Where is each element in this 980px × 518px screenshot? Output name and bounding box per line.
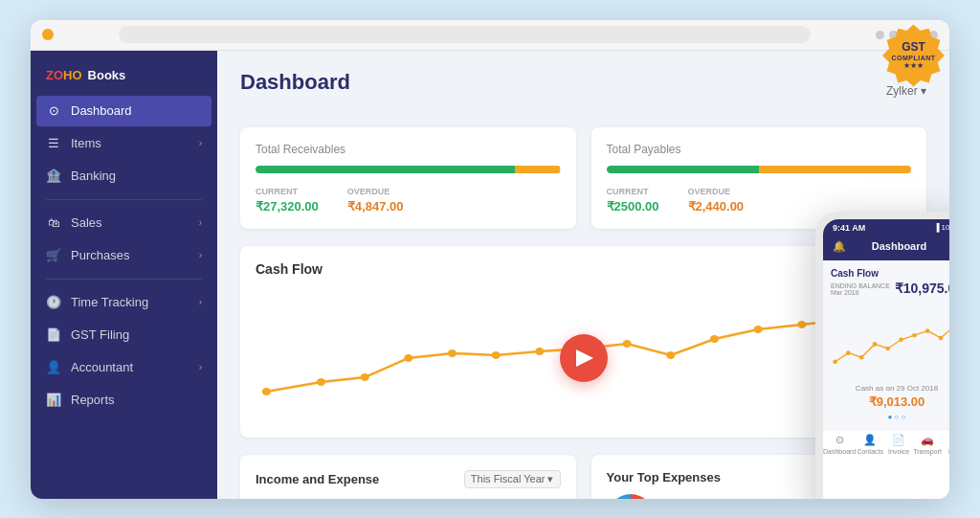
timetracking-icon: 🕐 [46,295,61,310]
receivables-title: Total Receivables [256,143,561,156]
sidebar-item-items[interactable]: ☰ Items › [31,128,217,159]
page-title: Dashboard [240,70,350,95]
payables-values: CURRENT ₹2500.00 OVERDUE ₹2,440.00 [607,187,912,214]
payables-current-amount: ₹2500.00 [607,199,659,214]
gst-text-line1: GST [902,41,925,54]
payables-bar-green [607,166,759,173]
accountant-icon: 👤 [46,360,61,375]
cards-row: Total Receivables CURRENT ₹27,320.00 OVE… [240,127,926,229]
chart-dot [666,351,675,359]
phone-dots: ● ○ ○ [831,413,949,421]
sidebar-item-label: Dashboard [71,103,132,118]
chart-dot [754,326,763,333]
payables-progress [607,166,912,173]
phone-balance-date: Mar 2018 [831,289,890,296]
sidebar-item-purchases[interactable]: 🛒 Purchases › [31,240,217,271]
sidebar-item-sales[interactable]: 🛍 Sales › [31,208,217,238]
sidebar-nav: ⊙ Dashboard ☰ Items › 🏦 Banking 🛍 [31,96,217,416]
sidebar-item-label: Purchases [71,248,129,262]
nav-divider-1 [46,199,202,200]
phone-cashflow-title: Cash Flow [831,268,949,279]
sidebar-item-reports[interactable]: 📊 Reports [31,385,217,416]
url-bar[interactable] [119,26,811,43]
phone-dot [886,346,891,350]
receivables-progress [256,166,561,173]
phone-status-bar: 9:41 AM ▐ 100% [823,219,949,236]
logo-books: Books [88,68,126,82]
banking-icon: 🏦 [46,169,61,184]
sidebar: ZOHO Books ⊙ Dashboard ☰ Items › 🏦 [31,51,217,499]
sidebar-item-label: GST Filing [71,327,129,342]
gst-text-line2: COMPLIANT [891,55,935,61]
chart-dot [492,351,501,359]
sidebar-item-banking[interactable]: 🏦 Banking [31,161,217,191]
income-expense-header: Income and Expense This Fiscal Year ▾ [256,470,561,488]
phone-dot [833,359,837,364]
phone-tab-invoice[interactable]: 📄 Invoice [884,434,913,455]
items-arrow: › [199,138,202,148]
income-expense-body [256,498,561,499]
sidebar-item-label: Accountant [71,360,133,374]
income-expense-title: Income and Expense [256,472,379,486]
play-triangle [576,349,593,367]
user-label: Zylker ▾ [886,84,926,98]
receivables-bar-yellow [515,166,561,173]
gst-stars: ★★★ [903,61,924,70]
sidebar-item-timetracking[interactable]: 🕐 Time Tracking › [31,287,217,318]
payables-current-label: CURRENT [607,187,659,196]
sidebar-item-accountant[interactable]: 👤 Accountant › [31,352,217,383]
phone-tab-label: Invoice [888,448,909,455]
phone-line [835,327,949,362]
receivables-overdue: OVERDUE ₹4,847.00 [347,187,404,214]
top-expenses-title: Your Top Expenses [607,470,721,484]
phone-chart-svg [831,302,949,373]
sidebar-item-label: Items [71,136,101,150]
items-icon: ☰ [46,136,61,151]
receivables-bar-green [256,166,515,173]
phone-dot [859,354,864,359]
phone-dot [912,332,917,337]
purchases-icon: 🛒 [46,248,61,263]
phone-tab-more[interactable]: ⋯ More [942,434,949,455]
window-dot-yellow[interactable] [42,29,54,40]
payables-bar-yellow [759,166,911,173]
phone-tab-transport[interactable]: 🚗 Transport [913,434,942,455]
phone-bottom-label: Cash as on 29 Oct 2018 [831,384,949,393]
phone-header: 🔔 Dashboard ↻ [823,236,949,260]
phone-tab-bar: ⊙ Dashboard 👤 Contacts 📄 Invoice 🚗 Trans… [823,429,949,459]
phone-battery: ▐ 100% [934,223,949,232]
phone-dot [939,335,944,340]
title-bar [31,20,949,51]
sales-icon: 🛍 [46,215,61,231]
sidebar-item-label: Banking [71,169,116,183]
sidebar-item-label: Reports [71,393,115,407]
phone-balance-left: ENDING BALANCE Mar 2018 [831,282,890,296]
sidebar-item-dashboard[interactable]: ⊙ Dashboard [36,96,212,126]
main-layout: ZOHO Books ⊙ Dashboard ☰ Items › 🏦 [31,51,949,499]
chart-dot [361,373,369,381]
phone-balance-label: ENDING BALANCE [831,282,890,289]
receivables-current-label: CURRENT [256,187,319,196]
cashflow-chart: Cash as o [256,286,911,430]
phone-tab-icon: ⊙ [835,434,844,446]
payables-overdue-label: OVERDUE [688,187,745,196]
sidebar-item-label: Sales [71,215,102,230]
chart-dot [317,378,325,386]
phone-body: Cash Flow ENDING BALANCE Mar 2018 ₹10,97… [823,260,949,429]
phone-bell-icon: 🔔 [833,240,846,253]
sidebar-item-gst[interactable]: 📄 GST Filing [31,320,217,350]
play-button[interactable] [560,334,608,382]
phone-tab-contacts[interactable]: 👤 Contacts [856,434,884,455]
phone-tab-dashboard[interactable]: ⊙ Dashboard [823,434,856,455]
phone-balance-row: ENDING BALANCE Mar 2018 ₹10,975.00 [831,281,949,296]
fiscal-dropdown[interactable]: This Fiscal Year ▾ [464,470,561,488]
sidebar-logo: ZOHO Books [31,58,217,96]
chart-dot [797,321,806,328]
phone-dot [873,342,878,347]
payables-title: Total Payables [607,143,912,156]
chart-dot [710,335,719,343]
payables-overdue-amount: ₹2,440.00 [688,199,745,214]
receivables-overdue-amount: ₹4,847.00 [347,199,404,214]
timetracking-arrow: › [199,297,202,307]
cashflow-title: Cash Flow [256,261,911,277]
